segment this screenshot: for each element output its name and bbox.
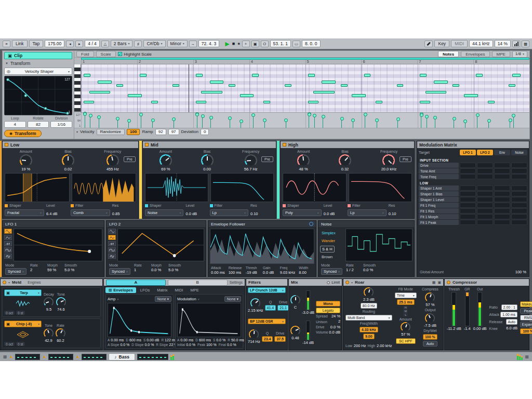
punch-icon[interactable]: ▭ bbox=[292, 41, 300, 47]
band-mid-header[interactable]: Mid bbox=[143, 141, 276, 148]
clip-overview-2[interactable] bbox=[48, 354, 73, 360]
volume-value[interactable]: 0.0 dB bbox=[329, 330, 340, 335]
lfo2-mode-dropdown[interactable]: Synced▾ bbox=[109, 268, 130, 275]
velocity-marker[interactable] bbox=[286, 121, 286, 128]
lfo1-smooth-value[interactable]: 5.0 % bbox=[64, 268, 78, 272]
matrix-cell[interactable] bbox=[494, 214, 510, 219]
velocity-marker[interactable] bbox=[117, 119, 118, 128]
velocity-marker[interactable] bbox=[241, 122, 241, 128]
scale-button[interactable]: Scale bbox=[96, 51, 116, 57]
matrix-cell[interactable] bbox=[460, 168, 476, 174]
scale-name-menu[interactable]: Minor▾ bbox=[167, 40, 188, 47]
velocity-marker[interactable] bbox=[488, 121, 489, 128]
pan-b-knob[interactable] bbox=[290, 326, 300, 336]
velocity-curve[interactable] bbox=[5, 76, 72, 115]
matrix-source-lfo2[interactable]: LFO 2 bbox=[477, 150, 493, 155]
overview-icon[interactable]: ▦ bbox=[525, 354, 529, 359]
roar-tone-freq-field[interactable]: 80.0 Hz bbox=[361, 303, 377, 309]
lfo2-smooth-value[interactable]: 5.0 % bbox=[168, 268, 182, 272]
midi-note[interactable] bbox=[210, 81, 224, 84]
filter-1-type-dropdown[interactable]: LP Crunch 12dB▾ bbox=[248, 287, 286, 293]
expand-icon[interactable]: ▣ bbox=[437, 281, 441, 285]
matrix-row[interactable]: Flt 1 Peak bbox=[419, 220, 527, 225]
dry-wet-value[interactable]: 100 % bbox=[423, 334, 437, 340]
width-value[interactable]: 8.00 bbox=[299, 271, 312, 275]
matrix-cell[interactable] bbox=[511, 214, 527, 219]
midi-note[interactable] bbox=[151, 101, 158, 104]
fold-button[interactable]: Fold bbox=[76, 51, 94, 57]
matrix-row[interactable]: Tone Amt bbox=[419, 168, 527, 174]
filter-type-dropdown[interactable]: Lp▾ bbox=[348, 209, 387, 216]
sidechain-icon[interactable]: ▦ bbox=[432, 281, 436, 285]
matrix-cell[interactable] bbox=[494, 191, 510, 196]
freq-value[interactable]: 9.03 kHz bbox=[280, 271, 296, 275]
lfo2-rate-value[interactable]: 1 bbox=[134, 268, 148, 272]
velocity-marker[interactable] bbox=[197, 115, 197, 128]
routing-dropdown[interactable]: Multi Band▾ bbox=[345, 315, 392, 321]
matrix-cell[interactable] bbox=[494, 220, 510, 225]
osc-b-param2-knob[interactable] bbox=[56, 328, 65, 338]
filter-1-q-value[interactable]: 41.4 bbox=[265, 305, 276, 311]
osc-b-param1-knob[interactable] bbox=[44, 328, 54, 338]
velocity-marker[interactable] bbox=[99, 117, 99, 128]
pan-a-knob[interactable] bbox=[290, 295, 300, 305]
velocity-marker[interactable] bbox=[230, 118, 230, 128]
midi-note[interactable] bbox=[285, 84, 291, 87]
noise-rate-value[interactable]: 1 / 2 bbox=[346, 268, 360, 272]
low-crossover-value[interactable]: 200 Hz bbox=[354, 344, 366, 348]
deviation-field[interactable]: 0 bbox=[201, 129, 209, 135]
midi-note[interactable] bbox=[140, 74, 147, 77]
triangle-wave-button[interactable] bbox=[108, 235, 116, 240]
midi-note[interactable] bbox=[488, 101, 495, 104]
midi-note[interactable] bbox=[116, 84, 123, 87]
collapse-triangle-icon[interactable]: ▼ bbox=[5, 62, 8, 65]
crossover-handle-low-mid[interactable] bbox=[139, 141, 142, 219]
expand-button[interactable]: Expand bbox=[520, 322, 532, 327]
envelope-follower-header[interactable]: Envelope Follower bbox=[208, 221, 316, 227]
key-map-button[interactable]: Key bbox=[434, 40, 449, 47]
matrix-row[interactable]: Flt 1 Res bbox=[419, 208, 527, 214]
auto-button[interactable]: Auto bbox=[423, 341, 437, 347]
saw-wave-button[interactable] bbox=[108, 241, 116, 246]
amp-d-slope[interactable]: D Slope0.0 % bbox=[131, 343, 154, 347]
amount-knob[interactable] bbox=[297, 154, 310, 167]
fb-mode-dropdown[interactable]: Time▾ bbox=[395, 292, 417, 298]
menu-icon[interactable]: ≡ bbox=[3, 41, 10, 47]
roar-width-field[interactable]: 9.00 bbox=[363, 334, 375, 339]
tap-tempo-button[interactable]: Tap bbox=[29, 40, 44, 47]
velocity-marker[interactable] bbox=[128, 121, 129, 128]
matrix-header[interactable]: Modulation Matrix bbox=[417, 141, 529, 148]
velocity-marker[interactable] bbox=[253, 115, 254, 128]
shaper-type-dropdown[interactable]: Fractal▾ bbox=[5, 209, 44, 216]
level-value[interactable]: 0.0 dB bbox=[185, 212, 207, 216]
matrix-row[interactable]: Drive bbox=[419, 163, 527, 168]
noise-type-simplex[interactable]: Simplex bbox=[320, 230, 337, 236]
band-enable-checkbox[interactable] bbox=[145, 143, 149, 147]
piano-keys[interactable] bbox=[74, 64, 81, 112]
velocity-marker[interactable] bbox=[421, 115, 421, 128]
level-value[interactable]: 6.4 dB bbox=[46, 212, 69, 216]
tab-mpe[interactable]: MPE bbox=[187, 287, 202, 293]
velocity-marker[interactable] bbox=[309, 115, 309, 128]
matrix-cell[interactable] bbox=[460, 185, 476, 191]
midi-note[interactable] bbox=[196, 74, 203, 77]
matrix-row[interactable]: Shaper 1 Amt bbox=[419, 185, 527, 191]
velocity-marker[interactable] bbox=[513, 116, 514, 128]
lane-chevron-icon[interactable]: ▾ bbox=[76, 130, 78, 134]
frequency-knob[interactable] bbox=[107, 154, 119, 167]
tab-matrix[interactable]: Matrix bbox=[154, 287, 170, 293]
loop-length-field[interactable]: 8. 0. 0 bbox=[302, 40, 321, 47]
mono-button[interactable]: Mono bbox=[316, 301, 340, 307]
res-value[interactable]: 0.85 bbox=[112, 212, 135, 216]
matrix-cell[interactable] bbox=[511, 185, 527, 191]
velocity-marker[interactable] bbox=[323, 117, 323, 128]
amount-knob[interactable] bbox=[159, 154, 172, 167]
metronome-icon[interactable]: △ bbox=[101, 41, 109, 47]
velocity-marker[interactable] bbox=[377, 121, 377, 128]
matrix-cell[interactable] bbox=[477, 214, 493, 219]
ratio-value[interactable]: 2.00 : 1 bbox=[501, 304, 517, 310]
matrix-row[interactable]: Tone Freq bbox=[419, 174, 527, 179]
lfo1-header[interactable]: LFO 1 bbox=[3, 221, 104, 227]
osc-a-octave[interactable]: 0 oct bbox=[4, 311, 15, 315]
gain-value[interactable]: 0.0 dB bbox=[263, 271, 276, 275]
